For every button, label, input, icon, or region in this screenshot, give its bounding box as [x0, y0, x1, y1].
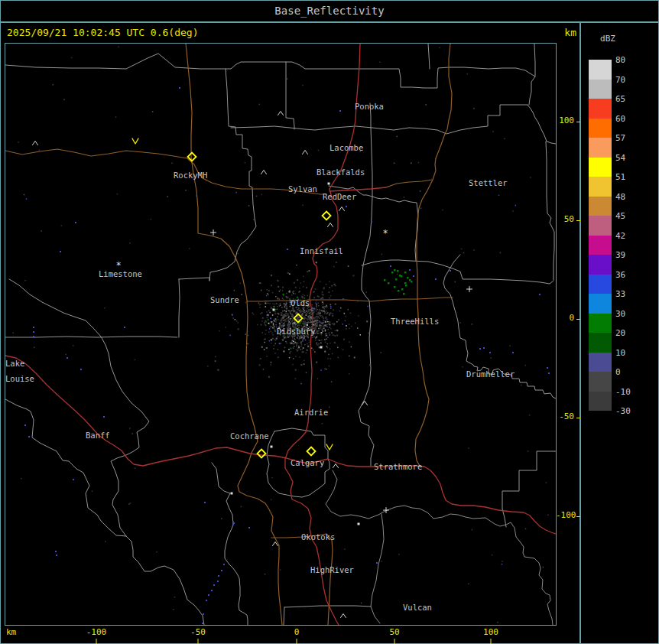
clutter-echo-pixel — [320, 315, 321, 317]
radar-site-diamond-marker[interactable] — [307, 447, 316, 456]
clutter-echo-pixel — [463, 252, 465, 254]
clutter-echo-pixel — [75, 222, 76, 223]
clutter-echo-pixel — [103, 416, 105, 418]
clutter-echo-pixel — [326, 326, 328, 327]
clutter-echo-pixel — [339, 311, 341, 312]
clutter-echo-pixel — [319, 310, 320, 311]
clutter-echo-pixel — [330, 334, 331, 336]
clutter-echo-pixel — [281, 322, 283, 324]
secondary-highway-line — [415, 158, 436, 466]
clutter-echo-pixel — [454, 281, 456, 283]
clutter-echo-pixel — [325, 325, 326, 327]
town-caret-marker — [278, 112, 284, 115]
map-viewport[interactable]: **PonokaLacombeBlackfaldsSylvanRedDeerSt… — [5, 43, 557, 626]
clutter-echo-pixel — [304, 337, 305, 338]
clutter-echo-pixel — [323, 304, 324, 306]
window-titlebar[interactable]: Base_Reflectivity — [0, 0, 659, 22]
town-asterisk-marker: * — [382, 228, 388, 239]
clutter-echo-pixel — [235, 319, 236, 320]
clutter-echo-pixel — [326, 305, 327, 307]
clutter-echo-pixel — [282, 294, 284, 295]
clutter-echo-pixel — [278, 319, 279, 320]
city-label: Sylvan — [288, 184, 317, 194]
clutter-echo-pixel — [28, 436, 30, 437]
clutter-echo-pixel — [335, 304, 336, 305]
clutter-echo-pixel — [311, 348, 313, 350]
clutter-echo-pixel — [345, 316, 346, 317]
clutter-echo-pixel — [290, 323, 291, 324]
clutter-echo-pixel — [129, 428, 131, 429]
town-square-marker — [328, 183, 330, 185]
clutter-echo-pixel — [219, 330, 220, 332]
clutter-echo-pixel — [295, 356, 297, 357]
clutter-echo-pixel — [346, 325, 347, 327]
clutter-echo-pixel — [324, 351, 326, 353]
clutter-echo-pixel — [71, 57, 73, 59]
clutter-echo-pixel — [285, 341, 287, 343]
clutter-echo-pixel — [467, 73, 469, 75]
radar-site-diamond-marker[interactable] — [258, 450, 266, 458]
clutter-echo-pixel — [318, 328, 320, 330]
clutter-echo-pixel — [295, 378, 297, 379]
clutter-echo-pixel — [313, 308, 315, 310]
clutter-echo-pixel — [521, 385, 522, 386]
clutter-echo-pixel — [325, 321, 326, 323]
county-boundary-line — [209, 69, 256, 281]
clutter-echo-pixel — [179, 87, 180, 89]
clutter-echo-pixel — [317, 337, 318, 338]
clutter-echo-pixel — [404, 197, 405, 198]
clutter-echo-pixel — [528, 450, 529, 452]
clutter-echo-pixel — [335, 285, 336, 287]
clutter-echo-pixel — [322, 329, 323, 330]
clutter-echo-pixel — [238, 328, 239, 330]
scale-tick-label: 39 — [615, 250, 625, 260]
clutter-echo-pixel — [331, 381, 333, 382]
clutter-echo-pixel — [292, 291, 294, 293]
clutter-echo-pixel — [548, 372, 550, 374]
clutter-echo-pixel — [287, 249, 288, 250]
county-boundary-line — [528, 105, 556, 144]
clutter-echo-pixel — [509, 345, 511, 346]
clutter-echo-pixel — [333, 334, 334, 336]
clutter-echo-pixel — [267, 317, 268, 319]
clutter-echo-pixel — [211, 590, 213, 591]
radar-site-diamond-marker[interactable] — [323, 212, 331, 220]
clutter-echo-pixel — [259, 282, 261, 284]
clutter-echo-pixel — [334, 335, 336, 337]
clutter-echo-pixel — [323, 328, 324, 330]
clutter-echo-pixel — [317, 320, 318, 321]
clutter-echo-pixel — [300, 311, 301, 312]
clutter-echo-pixel — [320, 334, 322, 336]
clutter-echo-pixel — [318, 320, 320, 321]
clutter-echo-pixel — [317, 344, 318, 346]
clutter-echo-pixel — [247, 343, 248, 345]
scale-tick-label: 51 — [615, 172, 625, 182]
scale-tick-label: -30 — [615, 406, 631, 416]
clutter-echo-pixel — [274, 318, 276, 320]
clutter-echo-pixel — [303, 311, 304, 313]
clutter-echo-pixel — [368, 333, 369, 334]
clutter-echo-pixel — [151, 219, 152, 220]
clutter-echo-pixel — [55, 551, 57, 552]
clutter-echo-pixel — [277, 306, 278, 307]
clutter-echo-pixel — [411, 281, 413, 283]
city-label: ThreeHills — [391, 317, 439, 326]
clutter-echo-pixel — [287, 297, 289, 298]
city-label: Sundre — [210, 295, 239, 304]
clutter-echo-pixel — [287, 324, 289, 325]
clutter-echo-pixel — [271, 333, 273, 334]
clutter-echo-pixel — [309, 315, 310, 317]
clutter-echo-pixel — [312, 337, 313, 338]
radar-map-canvas[interactable]: **PonokaLacombeBlackfaldsSylvanRedDeerSt… — [5, 44, 556, 625]
clutter-echo-pixel — [397, 270, 399, 272]
clutter-echo-pixel — [318, 340, 320, 341]
clutter-echo-pixel — [274, 330, 276, 332]
scale-color-box — [589, 236, 612, 255]
clutter-echo-pixel — [318, 343, 320, 345]
clutter-echo-pixel — [266, 295, 268, 297]
scale-color-box — [589, 294, 612, 314]
clutter-echo-pixel — [275, 321, 277, 323]
county-boundary-line — [179, 278, 209, 281]
clutter-echo-pixel — [306, 287, 307, 288]
clutter-echo-pixel — [381, 352, 382, 353]
